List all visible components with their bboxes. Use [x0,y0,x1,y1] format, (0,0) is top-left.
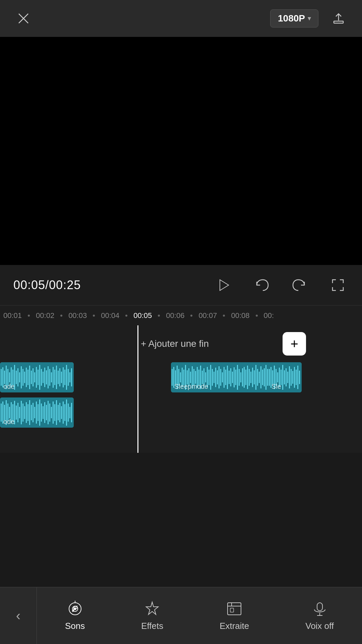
svg-rect-149 [264,368,265,386]
svg-rect-33 [46,370,47,384]
svg-rect-82 [54,404,55,421]
export-icon [331,11,346,26]
ruler-mark: 00: [264,311,274,320]
export-button[interactable] [328,8,349,29]
svg-rect-169 [287,372,288,383]
svg-rect-123 [220,369,221,386]
svg-rect-166 [282,365,283,390]
svg-rect-126 [225,370,226,385]
track-label-2: ode [3,418,14,426]
svg-rect-103 [187,370,188,384]
svg-rect-99 [180,372,181,382]
extraite-icon [226,600,243,618]
svg-rect-70 [34,407,35,418]
redo-button[interactable] [289,274,310,296]
svg-rect-175 [297,366,298,389]
track-label-1: ode [3,383,14,390]
svg-rect-133 [237,365,238,390]
svg-rect-148 [262,370,263,385]
nav-item-extraite[interactable]: Extraite [213,597,256,635]
nav-item-sons[interactable]: Sons [58,597,92,635]
resolution-button[interactable]: 1080P ▾ [270,9,318,28]
svg-rect-117 [210,365,211,390]
svg-rect-67 [29,400,30,425]
audio-track-left-1[interactable]: ode [0,362,74,392]
play-button[interactable] [213,274,234,296]
svg-rect-134 [239,369,240,386]
svg-rect-34 [48,366,49,388]
voix-off-label: Voix off [305,621,334,631]
svg-rect-31 [43,372,44,383]
ruler-mark: 00:07 [198,311,217,320]
svg-rect-170 [289,366,290,388]
undo-icon [253,277,269,293]
svg-rect-41 [59,368,60,386]
ruler-mark: 00:08 [231,311,249,320]
ruler-mark: 00:06 [166,311,184,320]
svg-rect-40 [58,371,59,384]
sons-label: Sons [65,621,85,631]
nav-item-effets[interactable]: Effets [134,597,170,635]
svg-rect-114 [205,372,206,382]
add-fin-button[interactable]: + [283,332,306,356]
svg-rect-48 [71,368,72,386]
svg-rect-69 [33,403,34,422]
svg-rect-44 [64,370,65,385]
svg-rect-136 [242,368,243,386]
svg-rect-163 [277,372,278,382]
svg-rect-79 [49,404,50,422]
close-icon [16,11,31,26]
ruler-dot [223,315,225,317]
svg-rect-63 [22,404,23,422]
svg-rect-27 [36,367,37,388]
svg-rect-46 [68,369,69,386]
timeline-ruler: 00:01 00:02 00:03 00:04 00:05 00:06 00:0… [0,305,362,325]
audio-track-right-overflow[interactable]: Sle [268,362,302,392]
audio-track-left-2[interactable]: ode [0,397,74,428]
back-button[interactable]: ‹ [0,587,37,644]
svg-rect-64 [24,406,25,419]
svg-rect-80 [51,407,52,418]
audio-track-right-1[interactable]: Sleepmode [171,362,278,392]
svg-rect-173 [294,367,295,388]
svg-rect-167 [284,370,285,384]
nav-item-voix-off[interactable]: Voix off [299,597,341,635]
svg-rect-185 [230,608,234,612]
track-label-4: Sle [272,383,281,390]
svg-rect-142 [252,368,253,387]
svg-rect-108 [195,371,196,384]
svg-rect-143 [254,370,255,384]
close-button[interactable] [13,8,34,29]
svg-rect-88 [64,404,65,421]
svg-rect-105 [190,372,191,383]
svg-rect-132 [235,370,236,385]
fullscreen-icon [330,277,346,293]
svg-rect-76 [44,402,45,423]
svg-rect-112 [202,371,203,384]
svg-rect-96 [175,370,176,384]
svg-rect-91 [69,407,70,418]
svg-rect-86 [61,406,62,419]
timeline-tracks: + Ajouter une fin + [0,325,362,453]
svg-rect-11 [9,372,10,382]
svg-rect-60 [17,403,18,422]
svg-rect-137 [244,367,245,388]
svg-rect-122 [219,366,220,388]
svg-rect-8 [4,371,5,384]
sons-icon [66,600,84,618]
svg-rect-160 [272,370,273,384]
svg-rect-25 [33,368,34,386]
svg-rect-68 [31,405,32,420]
svg-rect-87 [63,401,64,424]
svg-rect-129 [230,368,231,386]
undo-button[interactable] [251,274,272,296]
svg-rect-92 [71,403,72,422]
svg-rect-89 [66,399,67,426]
svg-rect-77 [46,405,47,420]
svg-rect-61 [19,407,20,418]
svg-rect-37 [53,367,54,388]
svg-rect-32 [44,368,45,387]
fullscreen-button[interactable] [327,274,349,296]
ruler-mark: 00:01 [3,311,22,320]
svg-rect-144 [255,365,256,390]
